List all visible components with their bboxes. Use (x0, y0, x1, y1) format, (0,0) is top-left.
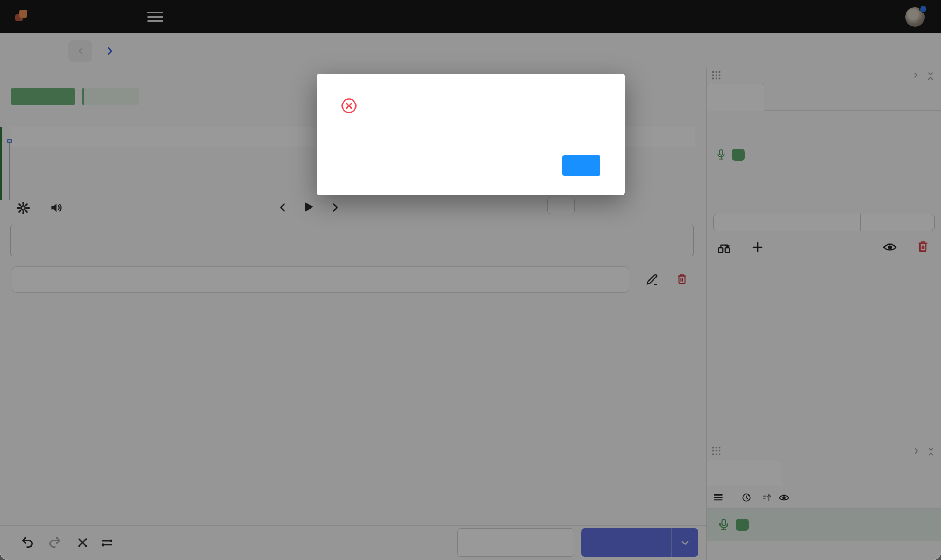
error-circle-icon (341, 98, 357, 114)
error-modal (317, 74, 625, 195)
ok-button[interactable] (562, 155, 600, 176)
label-studio-app (0, 0, 941, 560)
